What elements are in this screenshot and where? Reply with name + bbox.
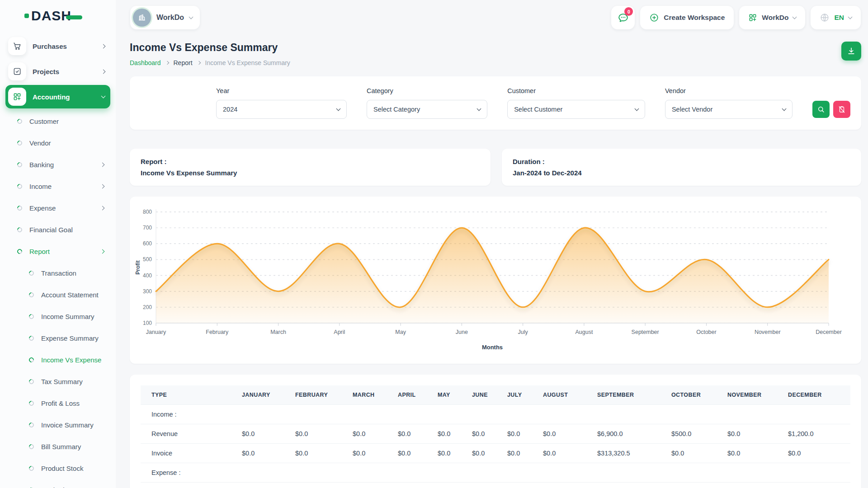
year-select[interactable]: 2024	[216, 100, 347, 119]
year-select-value: 2024	[223, 106, 237, 113]
chevron-down-icon	[101, 94, 106, 99]
sidebar-item-income-summary[interactable]: Income Summary	[5, 305, 110, 327]
svg-text:Months: Months	[482, 344, 503, 351]
table-cell	[427, 405, 461, 424]
logo-accent-bar	[66, 15, 82, 19]
table-cell	[461, 463, 496, 483]
grid-plus-icon	[748, 13, 757, 22]
report-card-value: Income Vs Expense Summary	[141, 169, 480, 177]
sidebar-item-account-statement[interactable]: Account Statement	[5, 284, 110, 305]
sidebar-item-cash-flow[interactable]: Cash Flow	[5, 479, 110, 488]
sidebar-item-profit-loss[interactable]: Profit & Loss	[5, 392, 110, 414]
svg-text:300: 300	[143, 288, 152, 295]
sidebar-item-income-vs-expense[interactable]: Income Vs Expense	[5, 349, 110, 371]
sidebar-item-expense[interactable]: Expense	[5, 197, 110, 219]
workdo-menu-label: WorkDo	[762, 14, 788, 22]
sidebar-item-banking[interactable]: Banking	[5, 154, 110, 175]
workspace-selector[interactable]: WorkDo	[130, 6, 200, 29]
table-cell	[717, 463, 777, 483]
breadcrumb-item[interactable]: Report	[174, 59, 193, 66]
category-select[interactable]: Select Category	[367, 100, 487, 119]
chevron-right-icon	[100, 184, 105, 188]
logo-text: DASH	[31, 8, 71, 23]
breadcrumb: DashboardReportIncome Vs Expense Summary	[130, 59, 290, 66]
sidebar-item-vendor[interactable]: Vendor	[5, 132, 110, 154]
app-logo[interactable]: DASH	[0, 0, 116, 32]
svg-text:200: 200	[143, 304, 152, 310]
table-cell: $0.0	[532, 444, 586, 463]
sidebar-item-accounting[interactable]: Accounting	[5, 85, 110, 108]
sidebar-item-customer[interactable]: Customer	[5, 110, 110, 132]
sidebar: DASH Purchases Projects	[0, 0, 116, 488]
bullet-icon	[28, 443, 35, 450]
chevron-right-icon	[101, 69, 106, 74]
sidebar-item-label: Expense Summary	[41, 334, 104, 342]
sidebar-item-label: Invoice Summary	[41, 421, 104, 429]
customer-select[interactable]: Select Customer	[507, 100, 645, 119]
sidebar-item-report[interactable]: Report	[5, 240, 110, 262]
sidebar-item-label: Income Summary	[41, 313, 104, 320]
column-header: MAY	[427, 385, 461, 405]
reset-filter-button[interactable]	[833, 101, 850, 118]
notification-badge: 0	[624, 7, 633, 16]
sidebar-item-tax-summary[interactable]: Tax Summary	[5, 371, 110, 392]
duration-card: Duration : Jan-2024 to Dec-2024	[502, 149, 861, 186]
table-cell	[660, 463, 717, 483]
sidebar-item-label: Account Statement	[41, 291, 104, 299]
create-workspace-button[interactable]: Create Workspace	[640, 6, 734, 29]
sidebar-item-product-stock[interactable]: Product Stock	[5, 457, 110, 479]
breadcrumb-item[interactable]: Dashboard	[130, 59, 161, 66]
table-cell: $0.0	[231, 424, 284, 444]
svg-text:June: June	[456, 329, 468, 335]
table-cell: $0.0	[777, 444, 850, 463]
bullet-icon	[16, 183, 24, 190]
vendor-filter-label: Vendor	[665, 87, 793, 94]
apply-filter-button[interactable]	[812, 101, 830, 118]
table-cell: $0.0	[387, 444, 427, 463]
income-vs-expense-chart: 100200300400500600700800JanuaryFebruaryM…	[134, 206, 857, 355]
table-cell	[231, 405, 284, 424]
workspace-avatar-icon	[133, 9, 151, 27]
table-cell: $0.0	[717, 444, 777, 463]
sidebar-item-label: Banking	[29, 161, 101, 169]
sidebar-item-income[interactable]: Income	[5, 175, 110, 197]
chevron-right-icon	[100, 206, 105, 210]
vendor-select[interactable]: Select Vendor	[665, 100, 793, 119]
table-cell	[532, 463, 586, 483]
table-cell	[496, 405, 532, 424]
sidebar-item-transaction[interactable]: Transaction	[5, 262, 110, 284]
sidebar-item-financial-goal[interactable]: Financial Goal	[5, 219, 110, 240]
sidebar-item-label: Bill Summary	[41, 443, 104, 450]
table-row: Invoice$0.0$0.0$0.0$0.0$0.0$0.0$0.0$0.0$…	[141, 444, 850, 463]
table-cell	[660, 405, 717, 424]
page-head: Income Vs Expense Summary DashboardRepor…	[130, 39, 861, 66]
table-cell	[387, 405, 427, 424]
language-button[interactable]: EN	[811, 6, 861, 29]
bullet-icon	[28, 465, 35, 472]
table-cell: $0.0	[427, 444, 461, 463]
sidebar-item-expense-summary[interactable]: Expense Summary	[5, 327, 110, 349]
workdo-menu-button[interactable]: WorkDo	[739, 6, 805, 29]
sidebar-item-label: Financial Goal	[29, 226, 104, 234]
chevron-down-icon	[793, 15, 797, 19]
sidebar-item-label: Vendor	[29, 139, 104, 147]
sidebar-item-bill-summary[interactable]: Bill Summary	[5, 436, 110, 457]
table-row: Income :	[141, 405, 850, 424]
chevron-right-icon	[100, 162, 105, 167]
svg-text:December: December	[816, 329, 842, 335]
report-card: Report : Income Vs Expense Summary	[130, 149, 491, 186]
customer-select-value: Select Customer	[514, 106, 562, 113]
duration-card-value: Jan-2024 to Dec-2024	[513, 169, 850, 177]
svg-text:100: 100	[143, 320, 152, 326]
svg-text:July: July	[518, 329, 528, 335]
sidebar-item-invoice-summary[interactable]: Invoice Summary	[5, 414, 110, 436]
messages-button[interactable]: 0	[611, 6, 635, 29]
sidebar-item-projects[interactable]: Projects	[5, 60, 110, 83]
chevron-down-icon	[336, 107, 341, 111]
sidebar-item-purchases[interactable]: Purchases	[5, 34, 110, 58]
download-button[interactable]	[841, 42, 861, 61]
download-icon	[847, 47, 856, 56]
table-cell: $6,900.0	[586, 424, 660, 444]
clear-filter-icon	[838, 105, 846, 113]
table-cell	[777, 405, 850, 424]
